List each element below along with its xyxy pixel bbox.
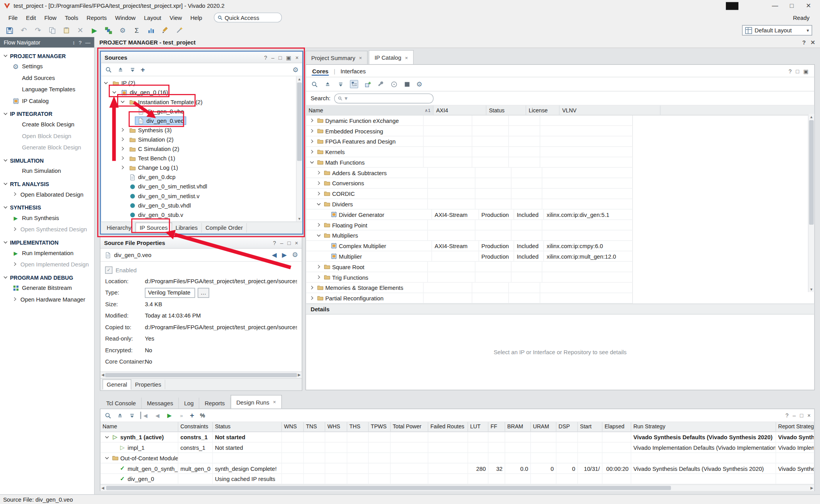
menu-layout[interactable]: Layout (140, 13, 166, 22)
flow-nav-item-generate-block-design[interactable]: Generate Block Design (0, 142, 94, 153)
column-header-vlnv[interactable]: VLNV (560, 106, 660, 115)
type-more-button[interactable]: … (198, 287, 209, 297)
chevron-right-icon[interactable] (316, 222, 322, 228)
bottom-tab-messages[interactable]: Messages (142, 398, 179, 408)
bottom-tab-reports[interactable]: Reports (200, 398, 231, 408)
sort-icon[interactable]: ↕ (72, 39, 75, 45)
flow-nav-item-create-block-design[interactable]: Create Block Design (0, 119, 94, 130)
ip-catalog-row-floating-point[interactable]: Floating Point (306, 220, 633, 231)
float-icon[interactable]: □ (800, 412, 803, 419)
collapse-all-icon[interactable] (117, 66, 124, 73)
chevron-down-icon[interactable] (3, 275, 9, 280)
ip-catalog-row-conversions[interactable]: Conversions (306, 178, 633, 189)
details-toggle-icon[interactable] (403, 80, 411, 88)
chevron-down-icon[interactable] (316, 201, 322, 207)
flow-nav-section-project-manager[interactable]: PROJECT MANAGER (0, 49, 94, 61)
chevron-right-icon[interactable] (309, 285, 315, 291)
step-forward-icon[interactable]: » (178, 412, 185, 419)
expand-all-icon[interactable] (337, 80, 344, 88)
percent-icon[interactable]: % (199, 412, 206, 419)
help-icon[interactable]: ? (789, 67, 792, 74)
sources-tree-item-c-simulation-2[interactable]: C Simulation (2) (101, 144, 302, 154)
expand-all-icon[interactable] (128, 66, 136, 73)
scroll-up-icon[interactable]: ▲ (809, 114, 815, 120)
chevron-down-icon[interactable] (111, 90, 117, 96)
scroll-left-icon[interactable]: ◀ (102, 373, 104, 377)
ip-catalog-row-math-functions[interactable]: Math Functions (306, 157, 633, 168)
ip-catalog-row-cordic[interactable]: CORDIC (306, 188, 633, 199)
close-icon[interactable]: ✕ (800, 0, 817, 11)
flow-nav-item-open-elaborated-design[interactable]: Open Elaborated Design (0, 188, 94, 200)
undo-icon[interactable]: ↶ (19, 25, 29, 35)
report-icon[interactable] (146, 25, 156, 35)
design-run-row-impl-1[interactable]: ▷impl_1constrs_1Not startedVivado Implem… (100, 442, 814, 453)
chevron-down-icon[interactable] (3, 111, 9, 117)
runs-column-header-name[interactable]: Name (100, 422, 178, 431)
help-icon[interactable]: ? (785, 412, 788, 419)
redo-icon[interactable]: ↷ (33, 25, 43, 35)
chevron-right-icon[interactable] (309, 117, 315, 123)
chevron-right-icon[interactable] (120, 137, 126, 142)
close-icon[interactable]: ✕ (811, 39, 815, 46)
flow-nav-section-synthesis[interactable]: SYNTHESIS (0, 200, 94, 212)
minimize-icon[interactable]: — (767, 0, 783, 11)
chevron-right-icon[interactable] (309, 149, 315, 155)
chevron-down-icon[interactable] (3, 240, 9, 245)
ip-catalog-row-square-root[interactable]: Square Root (306, 262, 633, 272)
search-icon[interactable] (105, 66, 112, 73)
chevron-right-icon[interactable] (12, 296, 18, 302)
ip-catalog-row-fpga-features-and-design[interactable]: FPGA Features and Design (306, 137, 633, 147)
design-runs-hscrollbar[interactable]: ◀ ▶ (100, 484, 814, 491)
maximize-icon[interactable]: ▣ (286, 54, 291, 60)
scroll-down-icon[interactable]: ▼ (296, 216, 302, 222)
collapse-panel-icon[interactable]: — (85, 39, 90, 45)
sources-tree-item-test-bench-1[interactable]: Test Bench (1) (101, 154, 302, 163)
chevron-right-icon[interactable] (316, 170, 322, 176)
runs-column-header-ff[interactable]: FF (488, 422, 505, 431)
sources-tree-item-div-gen-0-sim-netlist-v[interactable]: div_gen_0_sim_netlist.v (101, 191, 302, 201)
sources-tree-item-div-gen-0-16[interactable]: div_gen_0 (16) (101, 88, 302, 97)
paste-icon[interactable] (61, 25, 71, 35)
bottom-tab-log[interactable]: Log (179, 398, 200, 408)
chevron-right-icon[interactable] (120, 127, 126, 133)
runs-column-header-failed-routes[interactable]: Failed Routes (428, 422, 468, 431)
runs-column-header-dsp[interactable]: DSP (556, 422, 578, 431)
help-icon[interactable]: ? (802, 39, 806, 46)
sources-tree-item-div-gen-0-dcp[interactable]: div_gen_0.dcp (101, 172, 302, 182)
flow-nav-item-ip-catalog[interactable]: IP Catalog (0, 95, 94, 106)
sources-tree-item-instantiation-template-2[interactable]: Instantiation Template (2) (101, 97, 302, 106)
search-icon[interactable] (311, 80, 318, 88)
create-runs-icon[interactable]: + (190, 411, 194, 419)
minimize-icon[interactable]: – (280, 240, 283, 246)
scroll-down-icon[interactable]: ▼ (809, 286, 815, 292)
ip-catalog-scrollbar[interactable]: ▲ ▼ (808, 114, 814, 292)
properties-tab-general[interactable]: General (103, 379, 132, 390)
ip-catalog-row-kernels[interactable]: Kernels (306, 147, 633, 157)
flow-nav-item-open-synthesized-design[interactable]: Open Synthesized Design (0, 224, 94, 235)
ip-catalog-row-multipliers[interactable]: Multipliers (306, 231, 633, 241)
customize-wrench-icon[interactable] (377, 80, 385, 88)
copy-icon[interactable] (47, 25, 57, 35)
bottom-tab-design-runs[interactable]: Design Runs× (230, 395, 282, 409)
help-icon[interactable]: ? (264, 54, 267, 60)
reset-runs-icon[interactable]: ◀ (140, 412, 149, 419)
ip-catalog-row-embedded-processing[interactable]: Embedded Processing (306, 126, 633, 137)
chevron-right-icon[interactable] (309, 128, 315, 134)
subtab-cores[interactable]: Cores (312, 66, 329, 75)
gear-icon[interactable]: ⚙ (292, 251, 298, 259)
sources-tab-ip-sources[interactable]: IP Sources (135, 222, 172, 233)
sources-tree-item-simulation-2[interactable]: Simulation (2) (101, 135, 302, 144)
sum-icon[interactable]: Σ (132, 25, 142, 35)
menu-flow[interactable]: Flow (40, 13, 61, 22)
runs-column-header-run-strategy[interactable]: Run Strategy (631, 422, 776, 431)
search-icon[interactable] (104, 412, 112, 419)
runs-column-header-tns[interactable]: TNS (304, 422, 325, 431)
flow-nav-section-implementation[interactable]: IMPLEMENTATION (0, 235, 94, 247)
sources-tab-libraries[interactable]: Libraries (172, 223, 202, 232)
ip-catalog-row-divider-generator[interactable]: Divider GeneratorAXI4-StreamProductionIn… (306, 209, 633, 220)
scroll-right-icon[interactable]: ▶ (810, 486, 813, 490)
ip-catalog-row-dividers[interactable]: Dividers (306, 199, 633, 209)
collapse-all-icon[interactable] (324, 80, 331, 88)
flow-nav-section-rtl-analysis[interactable]: RTL ANALYSIS (0, 177, 94, 189)
chevron-down-icon[interactable] (3, 204, 9, 210)
